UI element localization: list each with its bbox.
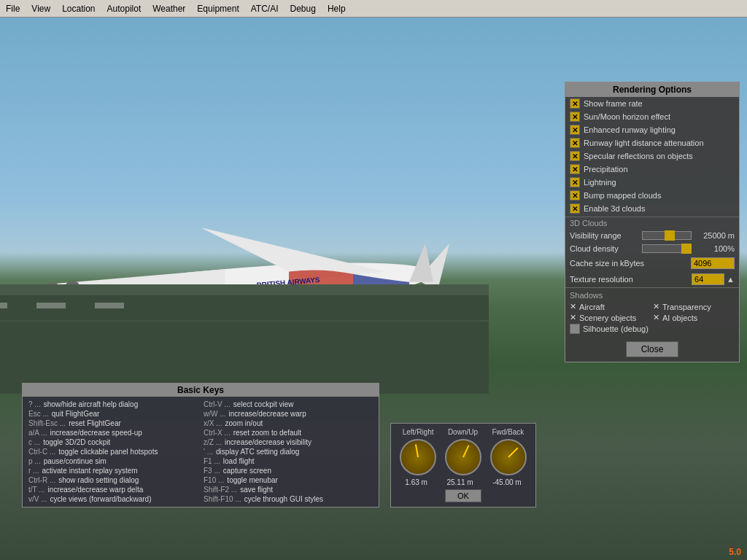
key-row: Shift-Esc ... reset FlightGear bbox=[26, 419, 201, 428]
needle-left-right bbox=[415, 444, 419, 457]
option-sun-moon[interactable]: ✕ Sun/Moon horizon effect bbox=[565, 110, 739, 123]
checkbox-lightning[interactable]: ✕ bbox=[570, 177, 580, 187]
checkbox-sun-moon[interactable]: ✕ bbox=[570, 112, 580, 122]
checkbox-scenery-shadow[interactable]: ✕ bbox=[570, 313, 576, 322]
svg-rect-19 bbox=[0, 292, 489, 394]
cache-size-input[interactable] bbox=[691, 257, 735, 269]
cloud-density-row: Cloud density 100% bbox=[565, 242, 739, 255]
key-row: a/A ... increase/decrease speed-up bbox=[26, 428, 201, 438]
menu-atc[interactable]: ATC/AI bbox=[245, 2, 285, 15]
key-row: Ctrl-V ... select cockpit view bbox=[201, 400, 376, 409]
checkbox-enable-3d-clouds[interactable]: ✕ bbox=[570, 203, 580, 214]
svg-marker-6 bbox=[409, 244, 433, 282]
dial-left-right bbox=[400, 439, 436, 475]
dial-fwd-back bbox=[490, 439, 527, 475]
menu-weather[interactable]: Weather bbox=[147, 2, 191, 15]
dial-panel: Left/Right Down/Up Fwd/Back 1.63 m 25.11… bbox=[390, 423, 536, 508]
ok-button[interactable]: OK bbox=[445, 489, 481, 502]
visibility-value: 25000 m bbox=[694, 231, 735, 240]
shadow-aircraft[interactable]: ✕ Aircraft bbox=[570, 302, 651, 311]
cloud-density-label: Cloud density bbox=[570, 244, 639, 253]
key-row: ? ... show/hide aircraft help dialog bbox=[26, 400, 201, 409]
menu-debug[interactable]: Debug bbox=[285, 2, 322, 15]
version-label: 5.0 bbox=[729, 547, 741, 557]
texture-resolution-label: Texture resolution bbox=[570, 275, 692, 284]
dial-header-fwd: Fwd/Back bbox=[492, 428, 524, 436]
key-row: p ... pause/continue sim bbox=[26, 456, 201, 466]
option-show-frame-rate[interactable]: ✕ Show frame rate bbox=[565, 97, 739, 110]
dial-values: 1.63 m 25.11 m -45.00 m bbox=[395, 478, 531, 486]
texture-resolution-row: Texture resolution ▲ bbox=[565, 271, 739, 287]
key-row: Shift-F10 ... cycle through GUI styles bbox=[201, 494, 376, 504]
key-row: F1 ... load flight bbox=[201, 456, 376, 466]
option-bump-clouds[interactable]: ✕ Bump mapped clouds bbox=[565, 189, 739, 202]
texture-res-arrow[interactable]: ▲ bbox=[727, 275, 735, 284]
cache-size-label: Cache size in kBytes bbox=[570, 259, 691, 268]
key-row: Esc ... quit FlightGear bbox=[26, 409, 201, 419]
basic-keys-panel: Basic Keys ? ... show/hide aircraft help… bbox=[22, 383, 379, 508]
option-enhanced-runway[interactable]: ✕ Enhanced runway lighting bbox=[565, 123, 739, 136]
svg-rect-22 bbox=[0, 303, 7, 308]
key-row: x/X ... zoom in/out bbox=[201, 419, 376, 428]
key-row: Ctrl-X ... reset zoom to default bbox=[201, 428, 376, 438]
key-row: z/Z ... increase/decrease visibility bbox=[201, 438, 376, 447]
shadows-section: Shadows ✕ Aircraft ✕ Transparency ✕ Scen… bbox=[565, 287, 739, 337]
menu-location[interactable]: Location bbox=[56, 2, 101, 15]
key-row: r ... activate instant replay system bbox=[26, 466, 201, 475]
key-row: t/T ... increase/decrease warp delta bbox=[26, 485, 201, 494]
close-button[interactable]: Close bbox=[626, 341, 679, 357]
option-lightning[interactable]: ✕ Lightning bbox=[565, 176, 739, 189]
rendering-panel-title: Rendering Options bbox=[565, 82, 739, 97]
key-row: Shift-F2 ... save flight bbox=[201, 485, 376, 494]
shadows-label: Shadows bbox=[570, 291, 735, 300]
dial-down-up bbox=[445, 439, 481, 475]
checkbox-enhanced-runway[interactable]: ✕ bbox=[570, 125, 580, 135]
option-precipitation[interactable]: ✕ Precipitation bbox=[565, 163, 739, 176]
menu-file[interactable]: File bbox=[0, 2, 26, 15]
key-row: Ctrl-R ... show radio setting dialog bbox=[26, 475, 201, 485]
dials-row bbox=[395, 439, 531, 475]
dial-value-left: 1.63 m bbox=[405, 478, 427, 486]
menu-help[interactable]: Help bbox=[322, 2, 352, 15]
dial-header-down: Down/Up bbox=[448, 428, 478, 436]
checkbox-show-frame-rate[interactable]: ✕ bbox=[570, 98, 580, 109]
visibility-label: Visibility range bbox=[570, 231, 639, 240]
checkbox-precipitation[interactable]: ✕ bbox=[570, 164, 580, 174]
menu-equipment[interactable]: Equipment bbox=[191, 2, 244, 15]
needle-down-up bbox=[462, 445, 469, 457]
cache-size-row: Cache size in kBytes bbox=[565, 255, 739, 271]
shadow-transparency[interactable]: ✕ Transparency bbox=[653, 302, 735, 311]
aircraft-image: BRITISH AIRWAYS bbox=[0, 44, 489, 396]
checkbox-aircraft-shadow[interactable]: ✕ bbox=[570, 302, 576, 311]
checkbox-bump-clouds[interactable]: ✕ bbox=[570, 190, 580, 201]
option-specular[interactable]: ✕ Specular reflections on objects bbox=[565, 149, 739, 163]
dial-header-left: Left/Right bbox=[403, 428, 434, 436]
rendering-options-panel: Rendering Options ✕ Show frame rate ✕ Su… bbox=[565, 82, 740, 362]
dial-value-fwd: -45.00 m bbox=[492, 478, 521, 486]
texture-resolution-input[interactable] bbox=[692, 273, 724, 285]
menu-view[interactable]: View bbox=[26, 2, 56, 15]
menubar: File View Location Autopilot Weather Equ… bbox=[0, 0, 747, 18]
checkbox-specular[interactable]: ✕ bbox=[570, 151, 580, 161]
needle-fwd-back bbox=[508, 448, 518, 458]
dial-value-down: 25.11 m bbox=[446, 478, 473, 486]
key-row: c ... toggle 3D/2D cockpit bbox=[26, 438, 201, 447]
shadow-scenery[interactable]: ✕ Scenery objects bbox=[570, 313, 651, 322]
option-enable-3d-clouds[interactable]: ✕ Enable 3d clouds bbox=[565, 202, 739, 215]
checkbox-transparency-shadow[interactable]: ✕ bbox=[653, 302, 659, 311]
checkbox-ai-shadow[interactable]: ✕ bbox=[653, 313, 659, 322]
option-runway-distance[interactable]: ✕ Runway light distance attenuation bbox=[565, 136, 739, 149]
visibility-slider[interactable] bbox=[642, 231, 692, 240]
cloud-density-slider[interactable] bbox=[642, 244, 692, 253]
keys-right-col: Ctrl-V ... select cockpit view w/W ... i… bbox=[201, 400, 376, 504]
svg-rect-24 bbox=[95, 303, 124, 308]
shadow-ai[interactable]: ✕ AI objects bbox=[653, 313, 735, 322]
shadow-silhouette[interactable]: Silhouette (debug) bbox=[570, 324, 651, 334]
checkbox-silhouette-shadow[interactable] bbox=[570, 324, 580, 334]
basic-keys-title: Basic Keys bbox=[23, 384, 379, 397]
menu-autopilot[interactable]: Autopilot bbox=[101, 2, 147, 15]
key-row: ' ... display ATC setting dialog bbox=[201, 447, 376, 456]
key-row: Ctrl-C ... toggle clickable panel hotspo… bbox=[26, 447, 201, 456]
checkbox-runway-distance[interactable]: ✕ bbox=[570, 138, 580, 148]
key-row: v/V ... cycle views (forward/backward) bbox=[26, 494, 201, 504]
